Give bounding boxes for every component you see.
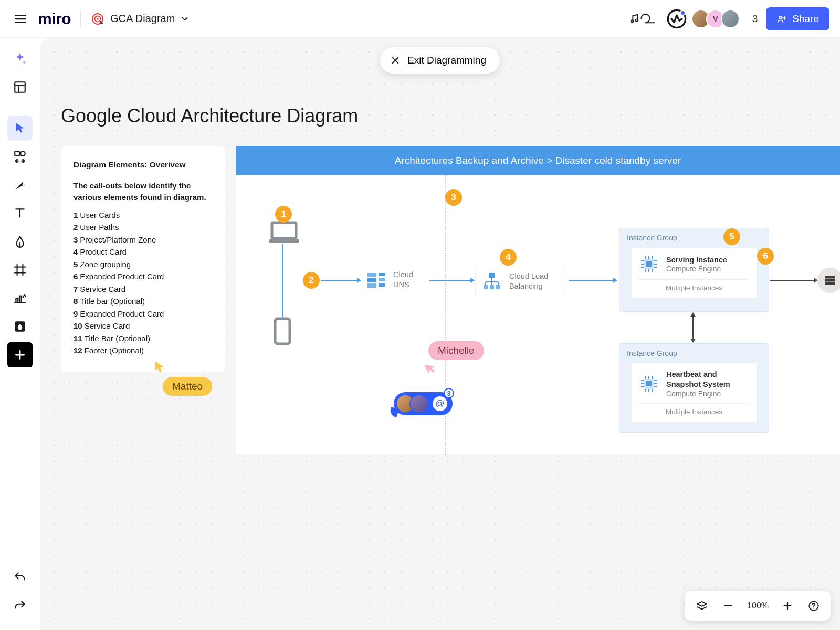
storage-icon[interactable] [817, 268, 840, 293]
pen-tool[interactable] [7, 229, 33, 254]
instance-group-bottom[interactable]: Instance Group Heartbeat and Snapshot Sy… [619, 343, 769, 433]
arrow [321, 280, 361, 281]
canvas[interactable]: Exit Diagramming Google Cloud Architectu… [40, 38, 840, 630]
svg-rect-61 [825, 276, 835, 279]
arrow [569, 280, 617, 281]
diagram-body: 1 2 3 4 5 6 Cloud DNS Cloud Load Balanci… [236, 175, 840, 454]
svg-rect-13 [15, 151, 19, 156]
svg-rect-34 [367, 284, 376, 288]
avatar [410, 394, 428, 413]
template-tool[interactable] [7, 75, 33, 100]
ig-title: Instance Group [627, 234, 677, 242]
callout-6: 6 [757, 248, 774, 265]
cloud-lb-label: Cloud Load Balancing [509, 271, 556, 291]
miro-logo[interactable]: miro [38, 10, 71, 28]
svg-point-5 [97, 18, 99, 20]
svg-rect-23 [19, 296, 22, 303]
cloud-dns-icon [366, 270, 386, 290]
callout-5: 5 [723, 228, 740, 245]
arrow [429, 280, 474, 281]
heartbeat-card[interactable]: Heartbeat and Snapshot System Compute En… [631, 363, 757, 423]
notification-dot [680, 10, 686, 16]
callout-4: 4 [500, 249, 517, 266]
hb-title: Heartbeat and Snapshot System [666, 370, 749, 390]
user-path-vline [282, 244, 284, 317]
svg-point-7 [635, 19, 638, 22]
share-button[interactable]: Share [766, 7, 830, 30]
avatar[interactable] [721, 9, 740, 28]
svg-rect-35 [379, 273, 385, 276]
compute-engine-icon [639, 254, 659, 274]
diagram-frame[interactable]: Architectures Backup and Archive > Disas… [236, 146, 840, 454]
zoom-in-button[interactable] [777, 595, 798, 616]
hb-sub: Compute Engine [666, 390, 749, 398]
left-toolbar [3, 42, 37, 623]
svg-rect-38 [489, 273, 495, 278]
cursor-label: Matteo [163, 377, 212, 396]
svg-rect-36 [379, 278, 385, 281]
instance-group-top[interactable]: Instance Group Serving Instance Compute … [619, 228, 769, 312]
phone-icon [274, 317, 291, 348]
svg-rect-63 [825, 282, 835, 285]
svg-rect-32 [367, 273, 376, 277]
cloud-lb-card[interactable]: Cloud Load Balancing [475, 266, 566, 297]
more-apps-tool[interactable] [7, 314, 33, 339]
top-bar: miro GCA Diagram V 3 Share [0, 0, 840, 38]
help-button[interactable] [803, 595, 824, 616]
svg-rect-31 [275, 319, 290, 344]
board-icon [90, 12, 105, 26]
music-doodle-icon[interactable] [628, 8, 658, 29]
overview-subtitle: The call-outs below identify the various… [74, 180, 213, 203]
arrow [770, 280, 817, 281]
text-tool[interactable] [7, 201, 33, 226]
exit-diagramming-button[interactable]: Exit Diagramming [380, 47, 500, 74]
undo-button[interactable] [7, 565, 33, 590]
canvas-title: Google Cloud Architecture Diagram [61, 105, 358, 127]
callout-3: 3 [445, 189, 462, 206]
svg-point-9 [779, 16, 782, 18]
overview-list: 1User Cards 2User Paths 3Project/Platfor… [74, 209, 213, 357]
compute-engine-icon [639, 374, 659, 394]
presence-avatars[interactable]: V [696, 9, 740, 28]
chart-tool[interactable] [7, 286, 33, 311]
redo-button[interactable] [7, 593, 33, 618]
frame-tool[interactable] [7, 257, 33, 282]
zoom-level[interactable]: 100% [744, 601, 772, 611]
board-menu-chevron[interactable] [180, 14, 190, 24]
activity-button[interactable] [666, 8, 687, 29]
ig-title: Instance Group [627, 349, 677, 358]
overview-card[interactable]: Diagram Elements: Overivew The call-outs… [61, 146, 225, 372]
mention-bubble[interactable]: @ 3 [394, 392, 453, 415]
main-menu-button[interactable] [10, 9, 30, 29]
svg-point-6 [631, 20, 633, 23]
svg-rect-29 [272, 223, 296, 238]
cloud-lb-icon [482, 271, 502, 291]
overview-title: Diagram Elements: Overivew [74, 159, 213, 171]
serving-sub: Compute Engine [666, 265, 727, 273]
at-icon: @ [433, 396, 447, 411]
ai-tool[interactable] [7, 46, 33, 71]
multiple-instances: Multiple Instances [639, 279, 749, 292]
svg-rect-44 [484, 285, 488, 289]
diagram-titlebar: Architectures Backup and Archive > Disas… [236, 146, 840, 175]
select-tool[interactable] [7, 116, 33, 141]
serving-instance-card[interactable]: Serving Instance Compute Engine Multiple… [631, 247, 757, 299]
serving-title: Serving Instance [666, 255, 727, 265]
svg-point-83 [813, 608, 814, 609]
layers-button[interactable] [691, 595, 712, 616]
connector-tool[interactable] [7, 172, 33, 197]
svg-rect-33 [367, 278, 376, 282]
svg-marker-78 [697, 602, 707, 606]
cloud-dns-card[interactable]: Cloud DNS [366, 270, 425, 290]
add-tool[interactable] [7, 342, 33, 368]
share-label: Share [792, 13, 819, 25]
svg-rect-65 [646, 381, 652, 386]
shapes-tool[interactable] [7, 144, 33, 169]
zoom-out-button[interactable] [718, 595, 739, 616]
cursor-label: Michelle [428, 341, 484, 360]
svg-rect-62 [825, 279, 835, 282]
view-controls: 100% [685, 591, 831, 621]
svg-rect-22 [16, 298, 18, 303]
board-name[interactable]: GCA Diagram [110, 13, 175, 25]
svg-rect-10 [15, 82, 25, 92]
